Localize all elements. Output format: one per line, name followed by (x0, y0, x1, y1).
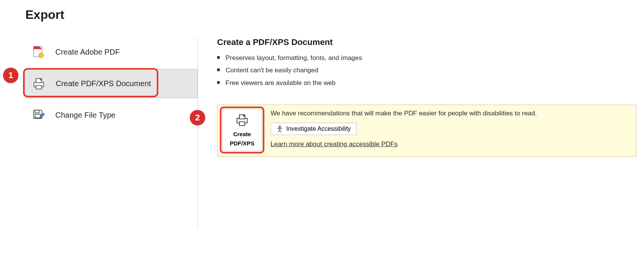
bullet-item: Preserves layout, formatting, fonts, and… (226, 52, 636, 64)
printer-icon (234, 113, 251, 128)
option-create-pdf-xps[interactable]: Create PDF/XPS Document (25, 69, 198, 98)
save-edit-icon (31, 107, 46, 123)
accessibility-person-icon (276, 125, 283, 132)
option-label: Change File Type (55, 111, 115, 120)
step-badge-1: 1 (3, 68, 18, 83)
option-create-adobe-pdf[interactable]: Create Adobe PDF (25, 37, 198, 67)
svg-rect-13 (35, 110, 39, 113)
adobe-pdf-icon (31, 44, 46, 60)
option-label: Create PDF/XPS Document (56, 79, 151, 88)
svg-rect-14 (35, 114, 40, 118)
bullet-item: Free viewers are available on the web (226, 77, 636, 89)
details-bullet-list: Preserves layout, formatting, fonts, and… (217, 52, 636, 89)
big-button-line1: Create (233, 131, 251, 138)
option-change-file-type[interactable]: Change File Type (25, 100, 198, 130)
investigate-accessibility-button[interactable]: Investigate Accessibility (271, 123, 357, 135)
svg-point-3 (39, 53, 44, 58)
accessibility-panel: Create PDF/XPS We have recommendations t… (217, 105, 636, 157)
learn-more-link[interactable]: Learn more about creating accessible PDF… (271, 140, 398, 148)
printer-pdf-icon (31, 76, 46, 91)
option-label: Create Adobe PDF (55, 48, 120, 57)
investigate-label: Investigate Accessibility (286, 125, 351, 132)
svg-rect-18 (239, 122, 245, 125)
create-pdf-xps-button[interactable]: Create PDF/XPS (222, 109, 262, 151)
big-button-line2: PDF/XPS (230, 140, 254, 147)
export-options-list: Create Adobe PDF Create PDF/XPS Document (4, 37, 198, 230)
svg-rect-11 (36, 85, 41, 89)
accessibility-text: We have recommendations that will make t… (271, 110, 631, 117)
export-details-pane: Create a PDF/XPS Document Preserves layo… (198, 37, 644, 230)
details-heading: Create a PDF/XPS Document (217, 37, 636, 47)
page-title: Export (25, 8, 644, 22)
step-badge-2: 2 (190, 110, 205, 125)
bullet-item: Content can't be easily changed (226, 64, 636, 77)
svg-point-19 (279, 126, 281, 127)
